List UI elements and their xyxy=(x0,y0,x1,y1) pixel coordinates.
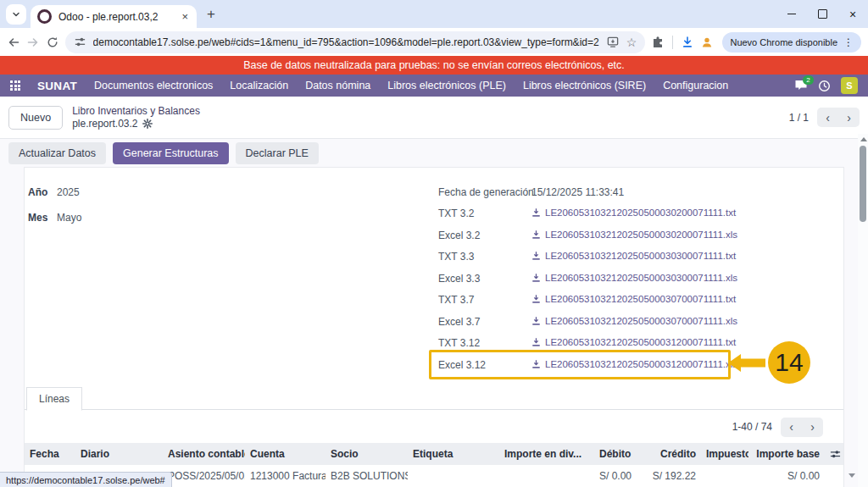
mes-value[interactable]: Mayo xyxy=(57,212,81,224)
column-header-fecha[interactable]: Fecha xyxy=(25,448,75,460)
anio-value[interactable]: 2025 xyxy=(57,186,80,198)
odoo-favicon-icon xyxy=(37,9,52,24)
file-download-link[interactable]: LE2060531032120250500030300071111.txt xyxy=(531,251,736,261)
profile-button[interactable] xyxy=(700,31,715,53)
gear-icon[interactable] xyxy=(142,119,153,129)
file-download-link[interactable]: LE2060531032120250500030700071111.txt xyxy=(531,294,736,304)
file-download-link[interactable]: LE2060531032120250500031200071111.txt xyxy=(531,337,736,347)
chrome-update-button[interactable]: Nuevo Chrome disponible ⋮ xyxy=(722,32,861,53)
toolbar-divider xyxy=(672,36,673,49)
cell-cuenta: 1213000 Facturas... xyxy=(245,470,326,482)
install-app-icon[interactable] xyxy=(606,36,620,48)
download-tray-icon xyxy=(531,273,541,283)
notebook-divider xyxy=(25,409,843,410)
window-controls: × xyxy=(776,0,868,28)
column-header-socio[interactable]: Socio xyxy=(326,448,408,460)
extensions-button[interactable] xyxy=(650,31,665,53)
tab-lineas[interactable]: Líneas xyxy=(26,387,82,411)
file-label: TXT 3.3 xyxy=(438,251,474,263)
downloads-button[interactable] xyxy=(681,31,695,53)
tab-close-icon[interactable]: × xyxy=(180,10,190,23)
file-download-link[interactable]: LE2060531032120250500030700071111.xls xyxy=(531,316,737,326)
download-tray-icon xyxy=(531,251,541,261)
nav-item-documentos-electronicos[interactable]: Documentos electronicos xyxy=(94,80,213,91)
column-header-etiqueta[interactable]: Etiqueta xyxy=(408,448,499,460)
close-icon: × xyxy=(849,8,856,20)
nav-item-libros-ple[interactable]: Libros electrónicos (PLE) xyxy=(387,80,506,91)
list-header-row: Fecha Diario Asiento contable Cuenta Soc… xyxy=(25,443,843,465)
tab-title: Odoo - ple.report.03,2 xyxy=(58,11,173,23)
file-download-link[interactable]: LE2060531032120250500031200071111.xls xyxy=(531,359,737,369)
actualizar-datos-button[interactable]: Actualizar Datos xyxy=(8,142,106,164)
file-download-link[interactable]: LE2060531032120250500030200071111.txt xyxy=(531,208,736,218)
annotation-arrow-left-icon xyxy=(728,354,765,372)
list-pager-text: 1-40 / 74 xyxy=(732,421,772,433)
column-header-cuenta[interactable]: Cuenta xyxy=(245,448,326,460)
record-pager-text: 1 / 1 xyxy=(789,112,809,124)
cell-importe-base: S/ 0.00 xyxy=(748,470,825,482)
activities-button[interactable] xyxy=(818,80,831,92)
scrollbar-thumb[interactable] xyxy=(860,146,866,222)
url-bar[interactable]: democontable17.solse.pe/web#cids=1&menu_… xyxy=(65,31,646,53)
apps-grid-icon[interactable] xyxy=(10,80,20,91)
annotation-step-number: 14 xyxy=(775,348,803,377)
new-tab-button[interactable]: + xyxy=(207,6,215,23)
breadcrumb-parent[interactable]: Libro Inventarios y Balances xyxy=(72,105,200,118)
record-pager-next-button[interactable]: › xyxy=(838,108,860,127)
neutralized-db-banner: Base de datos neutralizada para pruebas:… xyxy=(0,56,868,75)
generar-estructuras-button[interactable]: Generar Estructuras xyxy=(113,142,229,164)
browser-tab[interactable]: Odoo - ple.report.03,2 × xyxy=(31,5,197,28)
status-bar-link: https://democontable17.solse.pe/web# xyxy=(0,472,172,487)
column-header-credito[interactable]: Crédito xyxy=(635,448,701,460)
column-header-importe-base[interactable]: Importe base xyxy=(748,448,825,460)
bookmark-star-icon[interactable]: ☆ xyxy=(626,36,637,49)
row-dropdown-caret-icon[interactable] xyxy=(849,473,855,478)
record-pager-previous-button[interactable]: ‹ xyxy=(817,108,838,127)
url-text[interactable]: democontable17.solse.pe/web#cids=1&menu_… xyxy=(93,36,599,48)
reload-button[interactable] xyxy=(46,31,60,53)
user-avatar[interactable]: S xyxy=(841,77,858,94)
kebab-menu-icon[interactable]: ⋮ xyxy=(843,36,854,48)
file-download-link[interactable]: LE2060531032120250500030300071111.xls xyxy=(531,273,737,283)
nav-item-configuracion[interactable]: Configuracion xyxy=(663,80,728,91)
record-pager: 1 / 1 ‹ › xyxy=(789,108,860,127)
breadcrumb: Libro Inventarios y Balances ple.report.… xyxy=(72,105,200,130)
messages-badge: 2 xyxy=(803,75,814,85)
column-header-importe-div[interactable]: Importe en div... xyxy=(499,448,594,460)
maximize-icon xyxy=(818,9,827,19)
maximize-button[interactable] xyxy=(807,0,837,28)
list-pager-previous-button[interactable]: ‹ xyxy=(781,418,802,437)
back-icon xyxy=(7,36,20,49)
column-settings-icon xyxy=(830,449,841,460)
cell-debito: S/ 0.00 xyxy=(594,470,635,482)
nav-item-datos-nomina[interactable]: Datos nómina xyxy=(305,80,370,91)
close-button[interactable]: × xyxy=(837,0,868,28)
file-download-link[interactable]: LE2060531032120250500030200071111.xls xyxy=(531,230,737,240)
app-brand[interactable]: SUNAT xyxy=(37,80,77,92)
column-header-diario[interactable]: Diario xyxy=(75,448,163,460)
new-record-button[interactable]: Nuevo xyxy=(8,106,63,130)
column-header-asiento[interactable]: Asiento contable xyxy=(163,448,245,460)
nav-item-localizacion[interactable]: Localización xyxy=(230,80,288,91)
declarar-ple-button[interactable]: Declarar PLE xyxy=(236,142,319,164)
column-header-debito[interactable]: Débito xyxy=(594,448,635,460)
list-pager-next-button[interactable]: › xyxy=(802,418,823,437)
minimize-button[interactable] xyxy=(776,0,807,28)
mes-label: Mes xyxy=(28,212,47,224)
tab-search-button[interactable] xyxy=(6,4,26,25)
breadcrumb-record-name: ple.report.03.2 xyxy=(72,118,137,130)
back-button[interactable] xyxy=(7,31,21,53)
forward-button[interactable] xyxy=(26,31,41,53)
scrollbar-up-icon[interactable] xyxy=(860,137,867,141)
reload-icon xyxy=(46,36,59,49)
nav-item-libros-sire[interactable]: Libros electrónicos (SIRE) xyxy=(523,80,646,91)
optional-columns-button[interactable] xyxy=(825,449,843,460)
fecha-generacion-value: 15/12/2025 11:33:41 xyxy=(531,186,624,198)
site-settings-icon[interactable] xyxy=(74,36,86,48)
chrome-update-label: Nuevo Chrome disponible xyxy=(730,37,837,47)
file-label: TXT 3.12 xyxy=(438,337,480,349)
download-tray-icon xyxy=(531,294,541,304)
column-header-impuesto[interactable]: Impuesto xyxy=(701,448,748,460)
anio-label: Año xyxy=(28,186,47,198)
messages-button[interactable]: 2 xyxy=(794,80,808,91)
